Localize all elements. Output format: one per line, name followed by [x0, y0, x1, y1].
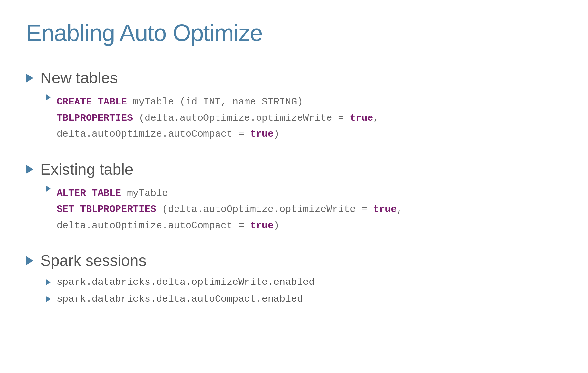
- section-spark-sessions: Spark sessions spark.databricks.delta.op…: [26, 252, 562, 305]
- code-new-line2-comma: ,: [373, 113, 379, 124]
- kw-create-table: CREATE TABLE: [57, 96, 127, 107]
- code-new-line2-rest: (delta.autoOptimize.optimizeWrite =: [133, 113, 350, 124]
- kw-set-tblproperties: SET TBLPROPERTIES: [57, 204, 156, 215]
- section-header-spark: Spark sessions: [26, 252, 562, 269]
- section-label-spark: Spark sessions: [40, 252, 146, 269]
- page-title: Enabling Auto Optimize: [26, 20, 562, 46]
- code-existing-end: ): [273, 220, 279, 231]
- section-new-tables: New tables CREATE TABLE myTable (id INT,…: [26, 69, 562, 143]
- bullet-triangle-code-existing: [46, 186, 51, 192]
- bullet-triangle-spark-1: [46, 279, 51, 285]
- section-label-new-tables: New tables: [40, 69, 118, 87]
- bullet-triangle-existing: [26, 165, 33, 174]
- code-new-line3: delta.autoOptimize.autoCompact =: [57, 129, 250, 140]
- code-existing-line1-rest: myTable: [121, 188, 168, 199]
- code-new-line3-end: ): [273, 129, 279, 140]
- section-existing-table: Existing table ALTER TABLE myTable SET T…: [26, 160, 562, 234]
- val-true-2: true: [250, 129, 273, 140]
- section-label-existing: Existing table: [40, 160, 133, 178]
- bullet-triangle-spark: [26, 256, 33, 265]
- bullet-triangle-new-tables: [26, 74, 33, 83]
- code-content-new-tables: CREATE TABLE myTable (id INT, name STRIN…: [57, 94, 379, 143]
- spark-item-2: spark.databricks.delta.autoCompact.enabl…: [46, 294, 562, 305]
- section-header-new-tables: New tables: [26, 69, 562, 87]
- code-block-existing: ALTER TABLE myTable SET TBLPROPERTIES (d…: [46, 186, 562, 234]
- val-true-1: true: [350, 113, 373, 124]
- section-header-existing: Existing table: [26, 160, 562, 178]
- bullet-triangle-code-new: [46, 94, 51, 101]
- code-new-line1-rest: myTable (id INT, name STRING): [127, 96, 303, 107]
- kw-alter-table: ALTER TABLE: [57, 188, 121, 199]
- code-existing-line3: delta.autoOptimize.autoCompact =: [57, 220, 250, 231]
- spark-code-1: spark.databricks.delta.optimizeWrite.ena…: [57, 277, 315, 288]
- code-existing-comma: ,: [397, 204, 402, 215]
- code-block-new-tables: CREATE TABLE myTable (id INT, name STRIN…: [46, 94, 562, 143]
- spark-item-1: spark.databricks.delta.optimizeWrite.ena…: [46, 277, 562, 288]
- code-content-existing: ALTER TABLE myTable SET TBLPROPERTIES (d…: [57, 186, 402, 234]
- val-true-3: true: [373, 204, 397, 215]
- kw-tblproperties: TBLPROPERTIES: [57, 113, 133, 124]
- code-existing-line2-rest: (delta.autoOptimize.optimizeWrite =: [156, 204, 373, 215]
- val-true-4: true: [250, 220, 273, 231]
- spark-code-2: spark.databricks.delta.autoCompact.enabl…: [57, 294, 303, 305]
- bullet-triangle-spark-2: [46, 296, 51, 302]
